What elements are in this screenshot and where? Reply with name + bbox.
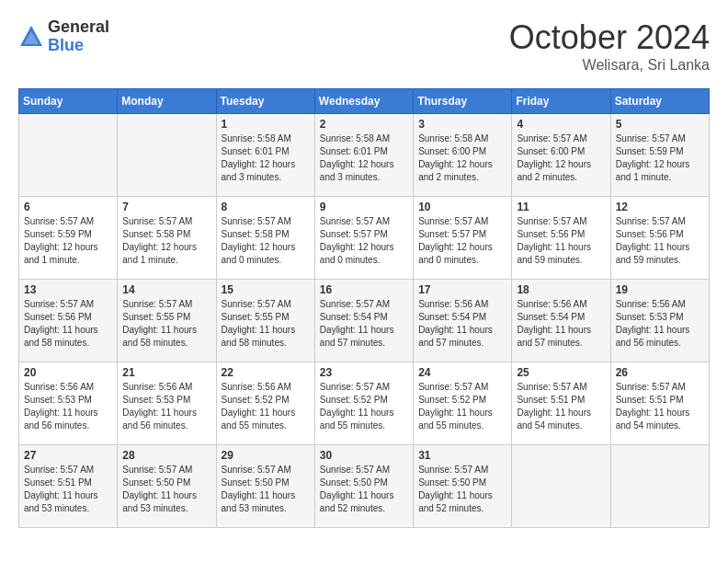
header-day-saturday: Saturday [610,89,709,114]
calendar-cell: 30Sunrise: 5:57 AM Sunset: 5:50 PM Dayli… [314,445,413,528]
header-day-tuesday: Tuesday [216,89,314,114]
day-number: 31 [418,449,506,462]
day-number: 27 [24,449,112,462]
calendar-cell: 14Sunrise: 5:57 AM Sunset: 5:55 PM Dayli… [118,280,216,362]
calendar-cell: 11Sunrise: 5:57 AM Sunset: 5:56 PM Dayli… [512,197,610,280]
day-info: Sunrise: 5:57 AM Sunset: 5:55 PM Dayligh… [122,298,210,350]
day-info: Sunrise: 5:57 AM Sunset: 5:52 PM Dayligh… [418,381,506,432]
logo-blue: Blue [48,37,109,55]
day-info: Sunrise: 5:57 AM Sunset: 5:51 PM Dayligh… [616,381,704,432]
day-number: 10 [418,201,506,213]
logo-icon [18,24,44,50]
calendar-cell: 19Sunrise: 5:56 AM Sunset: 5:53 PM Dayli… [610,280,709,362]
calendar-cell: 10Sunrise: 5:57 AM Sunset: 5:57 PM Dayli… [414,197,512,280]
day-info: Sunrise: 5:58 AM Sunset: 6:01 PM Dayligh… [320,132,408,184]
calendar-cell: 4Sunrise: 5:57 AM Sunset: 6:00 PM Daylig… [512,114,610,197]
calendar-cell: 22Sunrise: 5:56 AM Sunset: 5:52 PM Dayli… [216,362,314,445]
calendar-header: SundayMondayTuesdayWednesdayThursdayFrid… [19,89,710,114]
day-info: Sunrise: 5:56 AM Sunset: 5:53 PM Dayligh… [24,381,112,432]
day-info: Sunrise: 5:56 AM Sunset: 5:52 PM Dayligh… [222,381,310,432]
calendar-cell: 3Sunrise: 5:58 AM Sunset: 6:00 PM Daylig… [414,114,512,197]
day-number: 24 [418,366,506,379]
calendar-table: SundayMondayTuesdayWednesdayThursdayFrid… [18,88,710,528]
week-row-3: 20Sunrise: 5:56 AM Sunset: 5:53 PM Dayli… [19,362,710,445]
day-info: Sunrise: 5:56 AM Sunset: 5:53 PM Dayligh… [616,298,704,350]
day-info: Sunrise: 5:57 AM Sunset: 5:50 PM Dayligh… [122,464,210,515]
calendar-cell: 18Sunrise: 5:56 AM Sunset: 5:54 PM Dayli… [512,280,610,362]
calendar-cell: 1Sunrise: 5:58 AM Sunset: 6:01 PM Daylig… [216,114,314,197]
day-number: 17 [418,283,506,296]
calendar-cell: 6Sunrise: 5:57 AM Sunset: 5:59 PM Daylig… [19,197,118,280]
week-row-2: 13Sunrise: 5:57 AM Sunset: 5:56 PM Dayli… [19,280,710,362]
day-number: 26 [616,366,704,379]
day-number: 29 [222,449,310,462]
header-day-sunday: Sunday [19,89,118,114]
day-number: 25 [517,366,605,379]
calendar-cell: 26Sunrise: 5:57 AM Sunset: 5:51 PM Dayli… [610,362,709,445]
day-info: Sunrise: 5:56 AM Sunset: 5:53 PM Dayligh… [122,381,210,432]
calendar-cell: 20Sunrise: 5:56 AM Sunset: 5:53 PM Dayli… [19,362,118,445]
location: Welisara, Sri Lanka [509,57,710,74]
day-number: 14 [122,283,210,296]
day-number: 6 [24,201,112,213]
day-info: Sunrise: 5:57 AM Sunset: 5:58 PM Dayligh… [122,215,210,267]
day-info: Sunrise: 5:58 AM Sunset: 6:01 PM Dayligh… [222,132,310,184]
calendar-cell: 13Sunrise: 5:57 AM Sunset: 5:56 PM Dayli… [19,280,118,362]
day-number: 11 [517,201,605,213]
calendar-cell: 7Sunrise: 5:57 AM Sunset: 5:58 PM Daylig… [118,197,216,280]
week-row-1: 6Sunrise: 5:57 AM Sunset: 5:59 PM Daylig… [19,197,710,280]
day-number: 9 [320,201,408,213]
calendar-cell: 16Sunrise: 5:57 AM Sunset: 5:54 PM Dayli… [314,280,413,362]
day-info: Sunrise: 5:57 AM Sunset: 5:59 PM Dayligh… [24,215,112,267]
calendar-body: 1Sunrise: 5:58 AM Sunset: 6:01 PM Daylig… [19,114,710,528]
logo-general: General [48,18,109,37]
logo-text: General Blue [48,18,109,55]
day-number: 20 [24,366,112,379]
calendar-cell: 5Sunrise: 5:57 AM Sunset: 5:59 PM Daylig… [610,114,709,197]
day-info: Sunrise: 5:57 AM Sunset: 5:57 PM Dayligh… [418,215,506,267]
day-info: Sunrise: 5:57 AM Sunset: 5:56 PM Dayligh… [616,215,704,267]
day-info: Sunrise: 5:57 AM Sunset: 5:56 PM Dayligh… [24,298,112,350]
day-info: Sunrise: 5:57 AM Sunset: 5:51 PM Dayligh… [24,464,112,515]
day-number: 22 [222,366,310,379]
day-info: Sunrise: 5:58 AM Sunset: 6:00 PM Dayligh… [418,132,506,184]
day-number: 23 [320,366,408,379]
day-info: Sunrise: 5:57 AM Sunset: 5:50 PM Dayligh… [222,464,310,515]
header-day-wednesday: Wednesday [314,89,413,114]
calendar-cell [610,445,709,528]
day-info: Sunrise: 5:57 AM Sunset: 5:50 PM Dayligh… [320,464,408,515]
calendar-cell: 25Sunrise: 5:57 AM Sunset: 5:51 PM Dayli… [512,362,610,445]
calendar-cell: 23Sunrise: 5:57 AM Sunset: 5:52 PM Dayli… [314,362,413,445]
calendar-cell [512,445,610,528]
calendar-cell: 15Sunrise: 5:57 AM Sunset: 5:55 PM Dayli… [216,280,314,362]
day-number: 28 [122,449,210,462]
day-number: 19 [616,283,704,296]
day-number: 30 [320,449,408,462]
day-info: Sunrise: 5:56 AM Sunset: 5:54 PM Dayligh… [517,298,605,350]
day-number: 16 [320,283,408,296]
day-info: Sunrise: 5:57 AM Sunset: 5:51 PM Dayligh… [517,381,605,432]
day-number: 12 [616,201,704,213]
day-info: Sunrise: 5:57 AM Sunset: 5:56 PM Dayligh… [517,215,605,267]
day-number: 15 [222,283,310,296]
day-number: 5 [616,118,704,131]
day-info: Sunrise: 5:57 AM Sunset: 6:00 PM Dayligh… [517,132,605,184]
day-number: 7 [122,201,210,213]
day-number: 4 [517,118,605,131]
calendar-cell: 9Sunrise: 5:57 AM Sunset: 5:57 PM Daylig… [314,197,413,280]
header-day-monday: Monday [118,89,216,114]
calendar-cell: 21Sunrise: 5:56 AM Sunset: 5:53 PM Dayli… [118,362,216,445]
calendar-cell: 12Sunrise: 5:57 AM Sunset: 5:56 PM Dayli… [610,197,709,280]
week-row-0: 1Sunrise: 5:58 AM Sunset: 6:01 PM Daylig… [19,114,710,197]
day-info: Sunrise: 5:57 AM Sunset: 5:55 PM Dayligh… [222,298,310,350]
title-block: October 2024 Welisara, Sri Lanka [509,18,710,74]
day-info: Sunrise: 5:57 AM Sunset: 5:52 PM Dayligh… [320,381,408,432]
day-number: 8 [222,201,310,213]
calendar-cell: 24Sunrise: 5:57 AM Sunset: 5:52 PM Dayli… [414,362,512,445]
header-day-friday: Friday [512,89,610,114]
calendar-cell: 27Sunrise: 5:57 AM Sunset: 5:51 PM Dayli… [19,445,118,528]
calendar-cell: 8Sunrise: 5:57 AM Sunset: 5:58 PM Daylig… [216,197,314,280]
header-row: SundayMondayTuesdayWednesdayThursdayFrid… [19,89,710,114]
day-number: 3 [418,118,506,131]
page-header: General Blue October 2024 Welisara, Sri … [18,18,710,74]
